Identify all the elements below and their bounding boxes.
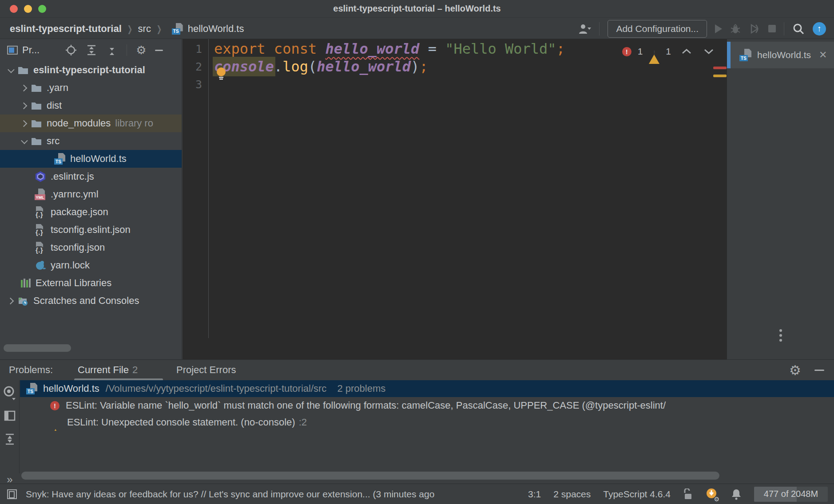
problems-file-count: 2 problems [337,383,385,394]
tab-current-file[interactable]: Current File2 [78,364,138,376]
tool-window-toggle-icon[interactable] [7,489,17,499]
expand-all-icon[interactable] [86,44,97,56]
stop-button[interactable] [768,25,776,32]
unlock-icon[interactable] [683,488,693,500]
tree-item-src[interactable]: src [0,132,182,150]
run-with-coverage-icon[interactable] [749,23,760,35]
tree-item-tsconfig-eslint-json[interactable]: {․} tsconfig.eslint.json [0,221,182,239]
hide-problems-panel-icon[interactable] [814,370,824,371]
tree-item-external-libraries[interactable]: External Libraries [0,274,182,292]
problems-left-toolbar: » [0,380,20,473]
problems-settings-gear-icon[interactable]: ⚙ [789,362,801,378]
tree-item-eslintrc[interactable]: .eslintrc.js [0,168,182,185]
chevron-right-icon[interactable] [20,102,28,109]
breadcrumb-project[interactable]: eslint-typescript-tutorial [10,23,122,35]
project-panel-title[interactable]: Pr... [22,44,40,56]
next-problem-chevron-down-icon[interactable] [704,48,714,55]
quickfix-lightbulb-icon[interactable] [215,67,227,83]
scratches-icon [17,295,29,307]
problem-row-error[interactable]: ! ESLint: Variable name `hello_world` mu… [20,397,834,414]
tree-item-dist[interactable]: dist [0,97,182,114]
tree-item-tsconfig-json[interactable]: {․} tsconfig.json [0,239,182,256]
gutter-divider [208,39,209,338]
warning-stripe-mark[interactable] [713,75,727,77]
memory-text: 477 of 2048M [754,489,828,499]
json-file-icon: {․} [35,224,46,236]
plugin-update-icon[interactable]: ⚙ [705,488,719,501]
hide-panel-icon[interactable] [155,50,163,51]
external-libraries-icon [20,277,31,289]
project-horizontal-scrollbar[interactable] [4,344,71,352]
open-preview-icon[interactable] [0,410,20,421]
problems-file-row[interactable]: TS helloWorld.ts /Volumes/v/yytypescript… [20,380,834,397]
chevron-down-icon[interactable] [21,137,28,144]
problem-count-badge: 2 [132,364,138,375]
problems-horizontal-scrollbar[interactable] [21,472,719,480]
toolbar-separator [599,22,600,35]
typescript-file-icon: TS [739,49,752,61]
tree-item-scratches[interactable]: Scratches and Consoles [0,292,182,310]
tree-item-package-json[interactable]: {․} package.json [0,203,182,221]
code-editor[interactable]: 1 2 3 export const hello_world = "Hello … [183,39,727,359]
settings-gear-icon[interactable]: ⚙ [136,43,146,57]
problems-panel: Problems: Current File2 Project Errors ⚙… [0,359,834,484]
close-tab-icon[interactable]: ✕ [819,49,827,61]
json-file-icon: {․} [35,206,46,218]
tree-item-node-modules[interactable]: node_modules library ro [0,114,182,132]
chevron-right-icon[interactable] [20,84,28,91]
error-count: 1 [638,46,643,57]
update-available-icon[interactable]: ↑ [813,22,826,35]
breadcrumb-file[interactable]: helloWorld.ts [188,23,244,35]
tree-item-root[interactable]: eslint-typescript-tutorial [0,61,182,79]
folder-icon [17,64,29,76]
library-root-label: library ro [115,118,153,129]
project-panel: Pr... ⚙ [0,39,182,359]
title-bar: eslint-typescript-tutorial – helloWorld.… [0,0,834,18]
error-stripe-mark[interactable] [713,67,727,69]
tree-item-yarnrc[interactable]: YML .yarnrc.yml [0,185,182,203]
locate-file-icon[interactable] [65,44,77,56]
notifications-bell-icon[interactable] [731,488,742,500]
run-button[interactable] [715,24,722,33]
warning-location: :2 [299,417,307,428]
memory-indicator[interactable]: 477 of 2048M [754,487,828,502]
collapse-all-icon[interactable] [106,44,118,56]
user-account-icon[interactable] [578,23,591,35]
search-everywhere-icon[interactable] [792,23,805,35]
chevron-right-icon[interactable] [20,120,28,127]
status-message[interactable]: Snyk: Have any ideas or feedback for us?… [26,489,434,500]
chevron-down-icon[interactable] [8,66,15,73]
caret-position[interactable]: 3:1 [528,489,541,500]
add-configuration-button[interactable]: Add Configuration... [608,20,707,38]
tree-item-yarn[interactable]: .yarn [0,79,182,97]
chevron-right-icon[interactable] [7,297,14,304]
indent-setting[interactable]: 2 spaces [553,489,591,500]
typescript-file-icon: TS [26,383,38,394]
debug-bug-icon[interactable] [730,24,741,34]
code-line-2[interactable]: console.log(hello_world); [214,58,428,75]
error-message: ESLint: Variable name `hello_world` must… [66,400,666,411]
line-number: 3 [183,78,202,91]
previous-problem-chevron-up-icon[interactable] [682,48,691,55]
tree-item-yarn-lock[interactable]: yarn.lock [0,256,182,274]
hello-world-identifier: hello_world [325,40,419,57]
more-options-icon[interactable] [779,329,782,342]
tree-item-helloworld-ts[interactable]: TS helloWorld.ts [0,150,182,168]
collapse-all-icon[interactable] [0,433,20,445]
yarn-lock-icon [35,260,46,271]
folder-icon [31,118,42,129]
inspection-widget[interactable]: ! 1 ! 1 [622,46,714,57]
json-file-icon: {․} [35,242,46,253]
editor-tab-helloworld[interactable]: TS helloWorld.ts ✕ [735,42,827,68]
view-options-icon[interactable] [0,386,20,401]
tab-project-errors[interactable]: Project Errors [176,364,236,376]
breadcrumb-dir[interactable]: src [138,23,151,35]
toolbar-separator [784,22,784,35]
error-count-icon: ! [622,47,631,56]
code-line-1[interactable]: export const hello_world = "Hello World"… [214,40,565,58]
folder-icon [31,82,42,94]
typescript-version[interactable]: TypeScript 4.6.4 [603,489,671,500]
problem-row-warning[interactable]: ! ESLint: Unexpected console statement. … [20,414,834,431]
typescript-file-icon: TS [54,153,66,165]
problems-file-name: helloWorld.ts [43,383,99,394]
